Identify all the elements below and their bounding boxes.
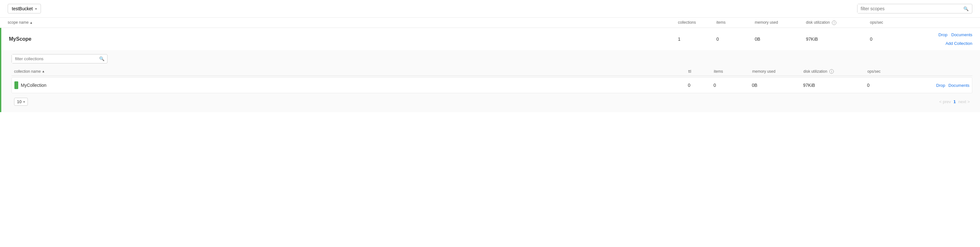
pagination-bar: 10 ▾ < prev 1 next > <box>11 95 972 107</box>
bucket-chevron-icon: ▾ <box>35 7 37 11</box>
per-page-selector[interactable]: 10 ▾ <box>14 98 28 106</box>
top-bar: testBucket ▾ 🔍 <box>0 0 980 18</box>
prev-page-button[interactable]: < prev <box>939 99 951 104</box>
scope-items-count: 0 <box>716 37 755 42</box>
scope-actions: Drop Documents Add Collection <box>908 32 972 46</box>
scope-name-sort-icon: ▲ <box>29 21 33 24</box>
scope-documents-button[interactable]: Documents <box>951 32 972 37</box>
filter-collections-input[interactable] <box>12 55 97 63</box>
filter-scopes-container: 🔍 <box>857 4 972 13</box>
scope-collections-count: 1 <box>678 37 716 42</box>
disk-utilization-info-icon: i <box>832 21 836 25</box>
current-page: 1 <box>953 99 956 104</box>
collection-item-row: MyCollection 0 0 0B 97KiB 0 Drop Documen… <box>11 77 972 93</box>
scope-main-row: MyScope 1 0 0B 97KiB 0 Drop Documents Ad… <box>1 28 980 50</box>
collection-name-sort-icon: ▲ <box>41 69 45 73</box>
bucket-selector[interactable]: testBucket ▾ <box>8 4 41 13</box>
scope-name-header: scope name ▲ <box>8 20 678 25</box>
collection-documents-button[interactable]: Documents <box>948 83 969 88</box>
collection-disk-utilization: 97KiB <box>803 83 867 88</box>
ops-per-sec-header: ops/sec <box>870 20 908 25</box>
scope-drop-button[interactable]: Drop <box>939 32 947 37</box>
pagination-nav: < prev 1 next > <box>939 99 970 104</box>
scope-ops-per-sec: 0 <box>870 37 908 42</box>
collection-item-actions: Drop Documents <box>905 83 969 88</box>
collection-name-header: collection name ▲ <box>14 69 688 74</box>
scope-name: MyScope <box>9 36 678 42</box>
filter-collections-box: 🔍 <box>11 54 108 63</box>
add-collection-button[interactable]: Add Collection <box>945 41 972 46</box>
collection-name: MyCollection <box>21 83 46 88</box>
collection-ttl: 0 <box>688 83 713 88</box>
collection-memory-used-header: memory used <box>752 69 803 74</box>
scope-disk-utilization: 97KiB <box>806 37 870 42</box>
collection-items-count: 0 <box>713 83 752 88</box>
collection-ops-per-sec: 0 <box>867 83 905 88</box>
collection-disk-info-icon: i <box>829 69 834 74</box>
scope-row-container: MyScope 1 0 0B 97KiB 0 Drop Documents Ad… <box>0 28 980 112</box>
items-header: items <box>716 20 755 25</box>
collection-memory-used: 0B <box>752 83 803 88</box>
per-page-chevron-icon: ▾ <box>23 100 25 103</box>
disk-utilization-header: disk utilization i <box>806 20 870 25</box>
collections-area: 🔍 collection name ▲ ttl items memory use… <box>1 50 980 112</box>
next-page-button[interactable]: next > <box>958 99 970 104</box>
collections-header-row: collection name ▲ ttl items memory used … <box>11 67 972 76</box>
collection-ttl-header: ttl <box>688 69 714 74</box>
filter-scopes-search-icon[interactable]: 🔍 <box>960 5 972 13</box>
bucket-name: testBucket <box>12 6 33 11</box>
collections-header: collections <box>678 20 716 25</box>
collection-items-header: items <box>714 69 752 74</box>
memory-used-header: memory used <box>755 20 806 25</box>
collection-name-cell: MyCollection <box>14 81 688 89</box>
collection-ops-per-sec-header: ops/sec <box>867 69 906 74</box>
filter-scopes-input[interactable] <box>858 4 960 13</box>
collection-disk-utilization-header: disk utilization i <box>803 69 867 74</box>
scope-memory-used: 0B <box>755 37 806 42</box>
filter-collections-search-icon[interactable]: 🔍 <box>97 55 107 63</box>
per-page-value: 10 <box>17 99 21 104</box>
collection-drop-button[interactable]: Drop <box>936 83 945 88</box>
collection-status-indicator <box>14 81 18 89</box>
scopes-table-header: scope name ▲ collections items memory us… <box>0 18 980 28</box>
